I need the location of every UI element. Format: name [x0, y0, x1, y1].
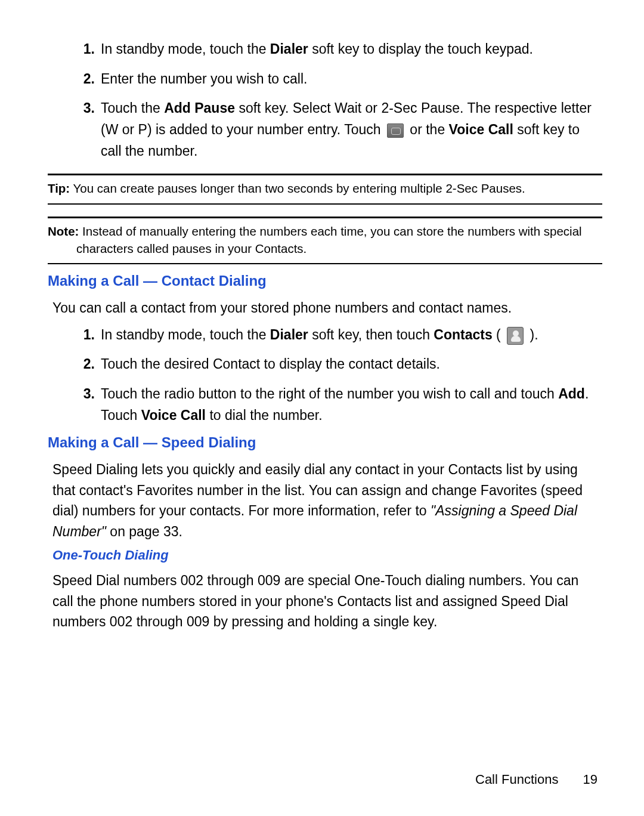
- list-text: Touch the radio button to the right of t…: [101, 384, 602, 426]
- list-number: 2.: [80, 354, 101, 375]
- contacts-icon: [507, 327, 524, 345]
- list-text: Touch the desired Contact to display the…: [101, 354, 602, 375]
- list-number: 3.: [80, 98, 101, 162]
- list-item: 1. In standby mode, touch the Dialer sof…: [80, 324, 602, 346]
- divider: [48, 263, 602, 264]
- paragraph: You can call a contact from your stored …: [52, 298, 602, 319]
- list-number: 1.: [80, 39, 101, 60]
- tip-text: You can create pauses longer than two se…: [70, 181, 525, 195]
- heading-speed-dialing: Making a Call — Speed Dialing: [48, 434, 602, 451]
- page-footer: Call Functions 19: [475, 772, 597, 787]
- note-text: Instead of manually entering the numbers…: [76, 224, 582, 255]
- list-text: Touch the Add Pause soft key. Select Wai…: [101, 98, 602, 162]
- note-block: Note: Instead of manually entering the n…: [48, 223, 602, 257]
- list-text: In standby mode, touch the Dialer soft k…: [101, 39, 602, 60]
- list-item: 1. In standby mode, touch the Dialer sof…: [80, 39, 602, 60]
- list-item: 2. Enter the number you wish to call.: [80, 69, 602, 90]
- tip-block: Tip: You can create pauses longer than t…: [48, 180, 602, 197]
- footer-section-name: Call Functions: [475, 772, 558, 787]
- list-number: 1.: [80, 324, 101, 346]
- divider: [48, 174, 602, 175]
- divider: [48, 203, 602, 205]
- heading-one-touch-dialing: One-Touch Dialing: [52, 548, 602, 563]
- list-number: 3.: [80, 384, 101, 426]
- phone-icon: [387, 123, 404, 138]
- divider: [48, 217, 602, 218]
- list-item: 2. Touch the desired Contact to display …: [80, 354, 602, 375]
- list-item: 3. Touch the Add Pause soft key. Select …: [80, 98, 602, 162]
- paragraph: Speed Dialing lets you quickly and easil…: [52, 459, 602, 542]
- list-number: 2.: [80, 69, 101, 90]
- ordered-list-pause-dialing: 1. In standby mode, touch the Dialer sof…: [80, 39, 602, 162]
- tip-label: Tip:: [48, 181, 70, 195]
- paragraph: Speed Dial numbers 002 through 009 are s…: [52, 570, 602, 632]
- ordered-list-contact-dialing: 1. In standby mode, touch the Dialer sof…: [80, 324, 602, 426]
- list-text: Enter the number you wish to call.: [101, 69, 602, 90]
- note-label: Note:: [48, 224, 79, 238]
- heading-contact-dialing: Making a Call — Contact Dialing: [48, 273, 602, 289]
- list-text: In standby mode, touch the Dialer soft k…: [101, 324, 602, 346]
- page-number: 19: [583, 772, 597, 787]
- list-item: 3. Touch the radio button to the right o…: [80, 384, 602, 426]
